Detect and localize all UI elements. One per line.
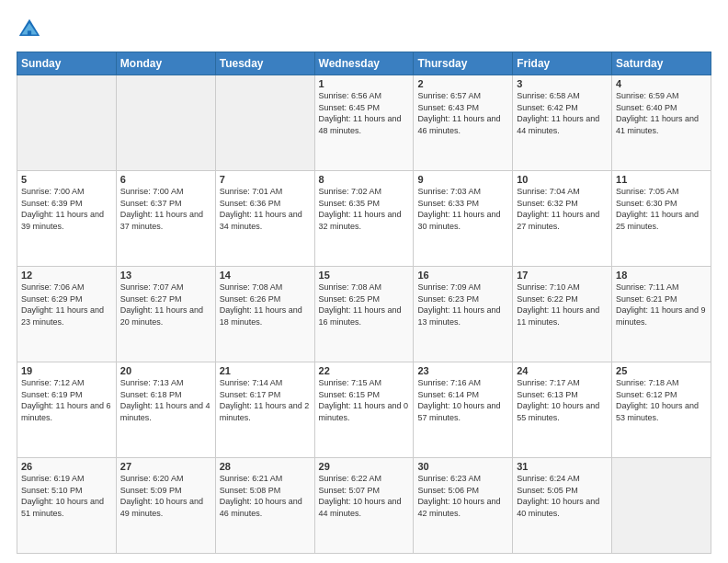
- day-cell: [215, 75, 314, 171]
- day-info: Sunrise: 6:57 AM Sunset: 6:43 PM Dayligh…: [417, 91, 500, 135]
- day-cell: 19Sunrise: 7:12 AM Sunset: 6:19 PM Dayli…: [17, 362, 117, 458]
- day-cell: 29Sunrise: 6:22 AM Sunset: 5:07 PM Dayli…: [314, 458, 414, 554]
- day-number: 20: [120, 365, 211, 376]
- day-info: Sunrise: 6:56 AM Sunset: 6:45 PM Dayligh…: [319, 91, 402, 135]
- day-info: Sunrise: 6:21 AM Sunset: 5:08 PM Dayligh…: [220, 474, 302, 518]
- weekday-thursday: Thursday: [414, 52, 513, 75]
- day-cell: 7Sunrise: 7:01 AM Sunset: 6:36 PM Daylig…: [215, 171, 314, 267]
- logo: [17, 17, 44, 42]
- day-cell: [116, 75, 215, 171]
- day-number: 1: [319, 78, 410, 89]
- day-number: 19: [21, 365, 112, 376]
- day-number: 31: [517, 461, 608, 472]
- day-number: 13: [120, 270, 211, 281]
- day-cell: 8Sunrise: 7:02 AM Sunset: 6:35 PM Daylig…: [314, 171, 414, 267]
- day-cell: 20Sunrise: 7:13 AM Sunset: 6:18 PM Dayli…: [116, 362, 215, 458]
- day-cell: 1Sunrise: 6:56 AM Sunset: 6:45 PM Daylig…: [314, 75, 414, 171]
- day-cell: 12Sunrise: 7:06 AM Sunset: 6:29 PM Dayli…: [17, 267, 117, 362]
- day-number: 8: [319, 174, 410, 185]
- weekday-monday: Monday: [116, 52, 215, 75]
- day-number: 24: [517, 365, 608, 376]
- day-number: 26: [21, 461, 112, 472]
- day-info: Sunrise: 7:00 AM Sunset: 6:39 PM Dayligh…: [21, 187, 104, 231]
- day-cell: [17, 75, 117, 171]
- svg-rect-2: [28, 30, 31, 36]
- day-number: 12: [21, 270, 112, 281]
- day-info: Sunrise: 6:20 AM Sunset: 5:09 PM Dayligh…: [120, 474, 203, 518]
- week-row-4: 19Sunrise: 7:12 AM Sunset: 6:19 PM Dayli…: [17, 362, 711, 458]
- day-info: Sunrise: 7:04 AM Sunset: 6:32 PM Dayligh…: [517, 187, 599, 231]
- day-info: Sunrise: 7:11 AM Sunset: 6:21 PM Dayligh…: [616, 282, 706, 327]
- day-cell: 15Sunrise: 7:08 AM Sunset: 6:25 PM Dayli…: [314, 267, 414, 362]
- day-cell: 18Sunrise: 7:11 AM Sunset: 6:21 PM Dayli…: [612, 267, 711, 362]
- day-cell: 14Sunrise: 7:08 AM Sunset: 6:26 PM Dayli…: [215, 267, 314, 362]
- day-cell: [612, 458, 711, 554]
- day-number: 30: [417, 461, 508, 472]
- day-info: Sunrise: 7:14 AM Sunset: 6:17 PM Dayligh…: [220, 378, 310, 422]
- day-number: 16: [417, 270, 508, 281]
- day-number: 7: [220, 174, 311, 185]
- day-cell: 25Sunrise: 7:18 AM Sunset: 6:12 PM Dayli…: [612, 362, 711, 458]
- week-row-5: 26Sunrise: 6:19 AM Sunset: 5:10 PM Dayli…: [17, 458, 711, 554]
- day-number: 17: [517, 270, 608, 281]
- day-cell: 26Sunrise: 6:19 AM Sunset: 5:10 PM Dayli…: [17, 458, 117, 554]
- day-info: Sunrise: 7:16 AM Sunset: 6:14 PM Dayligh…: [417, 378, 500, 422]
- day-info: Sunrise: 6:23 AM Sunset: 5:06 PM Dayligh…: [417, 474, 500, 518]
- day-info: Sunrise: 7:02 AM Sunset: 6:35 PM Dayligh…: [319, 187, 402, 231]
- weekday-tuesday: Tuesday: [215, 52, 314, 75]
- day-info: Sunrise: 7:01 AM Sunset: 6:36 PM Dayligh…: [220, 187, 302, 231]
- day-info: Sunrise: 6:58 AM Sunset: 6:42 PM Dayligh…: [517, 91, 599, 135]
- day-info: Sunrise: 7:17 AM Sunset: 6:13 PM Dayligh…: [517, 378, 599, 422]
- day-info: Sunrise: 6:24 AM Sunset: 5:05 PM Dayligh…: [517, 474, 599, 518]
- day-number: 11: [616, 174, 707, 185]
- day-number: 27: [120, 461, 211, 472]
- day-number: 25: [616, 365, 707, 376]
- day-cell: 23Sunrise: 7:16 AM Sunset: 6:14 PM Dayli…: [414, 362, 513, 458]
- day-info: Sunrise: 7:06 AM Sunset: 6:29 PM Dayligh…: [21, 282, 104, 327]
- day-cell: 11Sunrise: 7:05 AM Sunset: 6:30 PM Dayli…: [612, 171, 711, 267]
- day-info: Sunrise: 7:07 AM Sunset: 6:27 PM Dayligh…: [120, 282, 203, 327]
- day-info: Sunrise: 7:05 AM Sunset: 6:30 PM Dayligh…: [616, 187, 699, 231]
- day-number: 28: [220, 461, 311, 472]
- day-info: Sunrise: 7:15 AM Sunset: 6:15 PM Dayligh…: [319, 378, 409, 422]
- day-info: Sunrise: 6:22 AM Sunset: 5:07 PM Dayligh…: [319, 474, 402, 518]
- day-info: Sunrise: 7:00 AM Sunset: 6:37 PM Dayligh…: [120, 187, 203, 231]
- day-info: Sunrise: 7:08 AM Sunset: 6:26 PM Dayligh…: [220, 282, 302, 327]
- day-number: 9: [417, 174, 508, 185]
- calendar-table: SundayMondayTuesdayWednesdayThursdayFrid…: [17, 52, 711, 554]
- weekday-header-row: SundayMondayTuesdayWednesdayThursdayFrid…: [17, 52, 711, 75]
- day-number: 6: [120, 174, 211, 185]
- day-number: 29: [319, 461, 410, 472]
- day-number: 21: [220, 365, 311, 376]
- day-cell: 4Sunrise: 6:59 AM Sunset: 6:40 PM Daylig…: [612, 75, 711, 171]
- day-number: 3: [517, 78, 608, 89]
- weekday-friday: Friday: [513, 52, 612, 75]
- week-row-2: 5Sunrise: 7:00 AM Sunset: 6:39 PM Daylig…: [17, 171, 711, 267]
- weekday-sunday: Sunday: [17, 52, 117, 75]
- day-number: 2: [417, 78, 508, 89]
- day-cell: 28Sunrise: 6:21 AM Sunset: 5:08 PM Dayli…: [215, 458, 314, 554]
- day-info: Sunrise: 7:03 AM Sunset: 6:33 PM Dayligh…: [417, 187, 500, 231]
- day-info: Sunrise: 7:08 AM Sunset: 6:25 PM Dayligh…: [319, 282, 402, 327]
- day-cell: 5Sunrise: 7:00 AM Sunset: 6:39 PM Daylig…: [17, 171, 117, 267]
- logo-icon: [17, 17, 42, 42]
- day-cell: 6Sunrise: 7:00 AM Sunset: 6:37 PM Daylig…: [116, 171, 215, 267]
- day-cell: 31Sunrise: 6:24 AM Sunset: 5:05 PM Dayli…: [513, 458, 612, 554]
- day-info: Sunrise: 6:19 AM Sunset: 5:10 PM Dayligh…: [21, 474, 104, 518]
- day-info: Sunrise: 7:10 AM Sunset: 6:22 PM Dayligh…: [517, 282, 599, 327]
- day-cell: 9Sunrise: 7:03 AM Sunset: 6:33 PM Daylig…: [414, 171, 513, 267]
- day-cell: 27Sunrise: 6:20 AM Sunset: 5:09 PM Dayli…: [116, 458, 215, 554]
- day-number: 18: [616, 270, 707, 281]
- day-number: 14: [220, 270, 311, 281]
- day-number: 23: [417, 365, 508, 376]
- day-cell: 24Sunrise: 7:17 AM Sunset: 6:13 PM Dayli…: [513, 362, 612, 458]
- day-cell: 16Sunrise: 7:09 AM Sunset: 6:23 PM Dayli…: [414, 267, 513, 362]
- day-cell: 2Sunrise: 6:57 AM Sunset: 6:43 PM Daylig…: [414, 75, 513, 171]
- day-number: 15: [319, 270, 410, 281]
- week-row-1: 1Sunrise: 6:56 AM Sunset: 6:45 PM Daylig…: [17, 75, 711, 171]
- header: [17, 17, 711, 42]
- day-number: 5: [21, 174, 112, 185]
- weekday-wednesday: Wednesday: [314, 52, 414, 75]
- day-info: Sunrise: 7:12 AM Sunset: 6:19 PM Dayligh…: [21, 378, 111, 422]
- day-info: Sunrise: 6:59 AM Sunset: 6:40 PM Dayligh…: [616, 91, 699, 135]
